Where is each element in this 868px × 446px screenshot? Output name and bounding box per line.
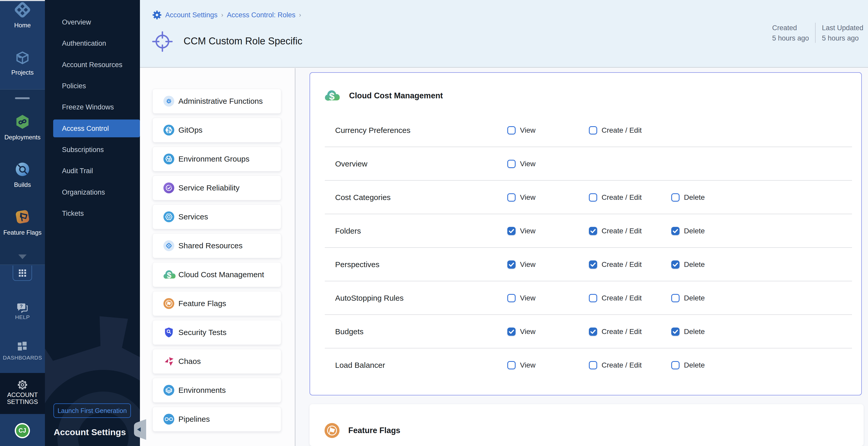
svg-text:?: ? <box>20 304 23 309</box>
svg-text:$: $ <box>329 91 335 101</box>
svg-text:$: $ <box>167 271 171 279</box>
